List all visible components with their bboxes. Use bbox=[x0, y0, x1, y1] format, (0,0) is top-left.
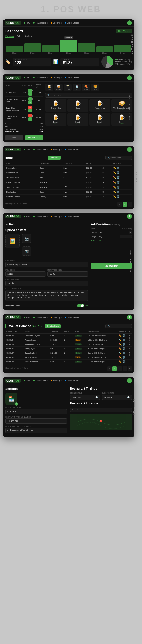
cat-burger[interactable]: 🍔Burger bbox=[91, 84, 99, 91]
delete-icon[interactable]: 🗑️ bbox=[117, 181, 120, 184]
edit-icon[interactable]: ✏️ bbox=[113, 181, 116, 184]
upload-nav-book[interactable]: Bookings bbox=[50, 215, 62, 218]
cancel-order-btn[interactable]: Cancel bbox=[5, 135, 23, 140]
delete-icon[interactable]: 🗑️ bbox=[122, 339, 125, 342]
logo-edit-btn[interactable]: ✏ bbox=[15, 402, 18, 406]
main-image-upload[interactable]: 🖼️ bbox=[5, 234, 20, 248]
edit-icon[interactable]: ✏️ bbox=[119, 348, 122, 350]
edit-icon[interactable]: ✏️ bbox=[119, 339, 122, 342]
cat-cocktail[interactable]: 🍸Cocktail bbox=[64, 84, 72, 91]
edit-icon[interactable]: ✏️ bbox=[113, 196, 116, 198]
cat-beer[interactable]: 🍺Beer bbox=[45, 84, 54, 91]
qty-minus[interactable]: − bbox=[28, 89, 32, 92]
add-item-btn[interactable]: Add New bbox=[48, 156, 61, 160]
upload-nav-order[interactable]: Order Status bbox=[64, 215, 79, 218]
restaurant-phone-input[interactable] bbox=[5, 418, 67, 424]
delete-icon[interactable]: 🗑️ bbox=[117, 196, 120, 198]
trans-search[interactable]: 🔍 bbox=[106, 324, 132, 328]
qty-plus[interactable]: + bbox=[28, 109, 32, 112]
page-1[interactable]: 1 bbox=[122, 202, 127, 206]
edit-icon[interactable]: ✏️ bbox=[113, 176, 116, 179]
trans-nav-pos[interactable]: POS bbox=[24, 316, 30, 318]
cat-pizza[interactable]: 🍕Pizza bbox=[82, 84, 90, 91]
trans-nav-order[interactable]: Order Status bbox=[64, 316, 79, 318]
upload-nav-avatar[interactable]: P bbox=[127, 214, 132, 219]
items-nav-order[interactable]: Order Status bbox=[64, 148, 79, 151]
delete-icon[interactable]: 🗑️ bbox=[117, 176, 120, 179]
pos-item-card[interactable]: 🍺Beer 2$6.00 bbox=[68, 113, 88, 126]
pos-nav-pos[interactable]: POS bbox=[24, 76, 30, 79]
edit-icon[interactable]: ✏️ bbox=[113, 172, 116, 174]
settings-nav-pos[interactable]: POS bbox=[24, 380, 30, 382]
cat-whiskey[interactable]: 🥃Whisky bbox=[54, 84, 62, 91]
pos-item-card[interactable]: 🍺Marcan 200ml$6.00 bbox=[89, 99, 110, 112]
pos-search-box[interactable]: 🔍 Search Item bbox=[45, 93, 132, 98]
nav-pos[interactable]: POS bbox=[24, 22, 30, 24]
qty-plus[interactable]: + bbox=[28, 92, 32, 96]
delete-icon[interactable]: 🗑️ bbox=[117, 172, 120, 174]
item-code-input[interactable] bbox=[5, 271, 46, 276]
items-nav-avatar[interactable]: P bbox=[127, 147, 132, 152]
nav-avatar[interactable]: P bbox=[127, 20, 132, 25]
location-search-input[interactable] bbox=[70, 408, 132, 412]
pos-nav-trans[interactable]: Transactions bbox=[33, 76, 48, 79]
closing-time-input[interactable]: 10:00 pm 🕙 bbox=[102, 394, 132, 400]
pos-item-card[interactable]: 🍺Corona 400ml$5.00 bbox=[45, 99, 66, 112]
delete-icon[interactable]: 🗑️ bbox=[122, 334, 125, 337]
trans-nav-book[interactable]: Bookings bbox=[50, 316, 62, 318]
delete-icon[interactable]: 🗑️ bbox=[122, 360, 125, 363]
trans-page-prev[interactable]: < bbox=[107, 366, 112, 371]
delete-icon[interactable]: 🗑️ bbox=[122, 343, 125, 346]
delete-icon[interactable]: 🗑️ bbox=[122, 356, 125, 359]
upload-item-btn[interactable]: Upload Item bbox=[91, 263, 132, 269]
pos-nav-order[interactable]: Order Status bbox=[64, 76, 79, 79]
send-bank-btn[interactable]: Send to Bank bbox=[45, 324, 61, 328]
qty-plus[interactable]: + bbox=[28, 101, 32, 104]
nav-bookings[interactable]: Bookings bbox=[50, 22, 62, 24]
tab-sales[interactable]: Sales bbox=[17, 35, 22, 38]
item-price-input[interactable] bbox=[48, 271, 88, 276]
tab-orders[interactable]: Orders bbox=[25, 35, 32, 38]
pos-nav-book[interactable]: Bookings bbox=[50, 76, 62, 79]
trans-page-1[interactable]: 1 bbox=[112, 366, 117, 371]
page-next[interactable]: > bbox=[128, 202, 132, 206]
item-name-input[interactable] bbox=[5, 262, 88, 267]
trans-page-next[interactable]: > bbox=[128, 366, 132, 371]
delete-icon[interactable]: 🗑️ bbox=[122, 352, 125, 354]
variation-price-input[interactable]: 5 bbox=[128, 231, 132, 234]
trans-page-3[interactable]: 3 bbox=[122, 366, 127, 371]
settings-nav-order[interactable]: Order Status bbox=[64, 380, 79, 382]
qty-minus[interactable]: − bbox=[28, 114, 32, 118]
upload-nav-pos[interactable]: POS bbox=[24, 215, 30, 218]
qty-plus[interactable]: + bbox=[28, 118, 32, 121]
restaurant-email-input[interactable] bbox=[5, 428, 67, 433]
qty-minus[interactable]: − bbox=[28, 97, 32, 101]
item-category-select[interactable]: Tequila Beer Whiskey bbox=[5, 281, 88, 286]
pos-item-card[interactable]: 🍺Bfrap$7.00 bbox=[68, 99, 88, 112]
page-prev[interactable]: < bbox=[118, 202, 122, 206]
edit-icon[interactable]: ✏️ bbox=[113, 166, 116, 169]
edit-icon[interactable]: ✏️ bbox=[119, 343, 122, 346]
upload-nav-trans[interactable]: Transactions bbox=[33, 215, 48, 218]
trans-nav-trans[interactable]: Transactions bbox=[33, 316, 48, 318]
edit-icon[interactable]: ✏️ bbox=[119, 352, 122, 354]
edit-icon[interactable]: ✏️ bbox=[119, 356, 122, 359]
ready-to-stock-toggle[interactable] bbox=[77, 304, 84, 308]
pos-item-card[interactable]: 🍺Beer 1$5.00 bbox=[45, 113, 66, 126]
edit-icon[interactable]: ✏️ bbox=[113, 191, 116, 193]
edit-icon[interactable]: ✏️ bbox=[119, 360, 122, 363]
delete-icon[interactable]: 🗑️ bbox=[117, 191, 120, 193]
restaurant-name-input[interactable] bbox=[5, 409, 67, 414]
pos-item-card[interactable]: 🍺Beer 3$5.00 bbox=[89, 113, 110, 126]
tab-earnings[interactable]: Earnings bbox=[5, 35, 14, 38]
item-desc-textarea[interactable]: Lorem ipsum dolor sit amet, consectetur … bbox=[5, 290, 88, 301]
pos-nav-avatar[interactable]: P bbox=[127, 75, 132, 80]
back-btn[interactable]: ← Back bbox=[5, 223, 88, 226]
settings-nav-book[interactable]: Bookings bbox=[50, 380, 62, 382]
variation-price-field[interactable] bbox=[120, 235, 132, 238]
place-order-btn[interactable]: Place Order bbox=[25, 135, 43, 140]
extra-image-1[interactable]: 📷 bbox=[22, 234, 31, 244]
extra-image-2[interactable]: 📷 bbox=[22, 246, 31, 256]
edit-icon[interactable]: ✏️ bbox=[119, 334, 122, 337]
items-nav-trans[interactable]: Transactions bbox=[33, 148, 48, 151]
